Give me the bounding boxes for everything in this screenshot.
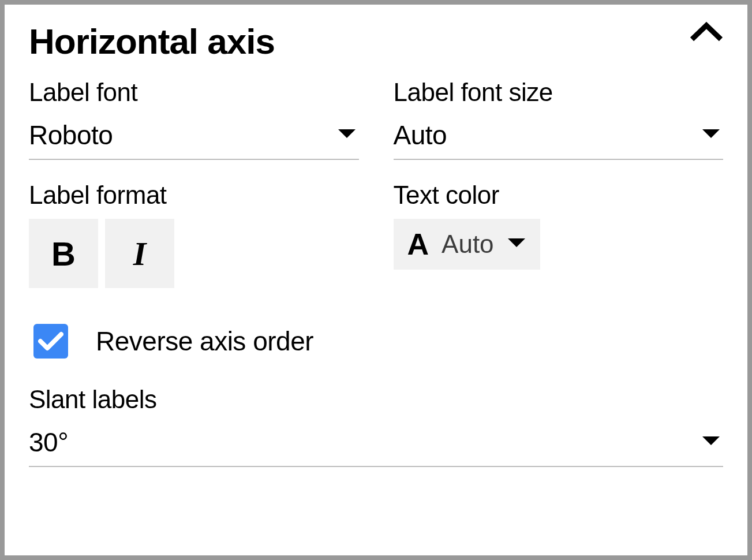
bold-icon: B — [51, 234, 76, 273]
label-format-label: Label format — [29, 181, 359, 210]
text-color-label: Text color — [394, 181, 724, 210]
section-title: Horizontal axis — [29, 21, 275, 62]
caret-down-icon — [701, 128, 721, 142]
italic-icon: I — [133, 234, 147, 273]
text-color-picker[interactable]: A Auto — [394, 219, 540, 270]
label-font-size-field: Label font size Auto — [394, 78, 724, 160]
format-buttons-group: B I — [29, 219, 359, 288]
row-format: Label format B I Text color A Auto — [29, 181, 723, 288]
slant-labels-label: Slant labels — [29, 385, 723, 414]
label-font-value: Roboto — [29, 120, 113, 151]
slant-labels-select[interactable]: 30° — [29, 422, 723, 467]
reverse-axis-label: Reverse axis order — [96, 326, 313, 357]
label-font-label: Label font — [29, 78, 359, 107]
text-color-value: Auto — [442, 230, 494, 259]
caret-down-icon — [701, 435, 721, 449]
label-font-field: Label font Roboto — [29, 78, 359, 160]
reverse-axis-checkbox[interactable] — [33, 324, 68, 359]
slant-labels-value: 30° — [29, 427, 68, 458]
section-header: Horizontal axis — [29, 21, 723, 62]
caret-down-icon — [337, 128, 357, 142]
label-font-size-label: Label font size — [394, 78, 724, 107]
label-font-size-value: Auto — [394, 120, 447, 151]
reverse-axis-row: Reverse axis order — [33, 324, 723, 359]
slant-labels-field: Slant labels 30° — [29, 385, 723, 467]
horizontal-axis-panel: Horizontal axis Label font Roboto Label … — [0, 0, 752, 560]
caret-down-icon — [507, 237, 526, 251]
text-color-field: Text color A Auto — [394, 181, 724, 288]
italic-button[interactable]: I — [105, 219, 174, 288]
label-format-field: Label format B I — [29, 181, 359, 288]
label-font-select[interactable]: Roboto — [29, 115, 359, 160]
row-font: Label font Roboto Label font size Auto — [29, 78, 723, 160]
text-color-icon: A — [407, 229, 429, 259]
label-font-size-select[interactable]: Auto — [394, 115, 724, 160]
bold-button[interactable]: B — [29, 219, 98, 288]
chevron-up-icon[interactable] — [690, 21, 723, 46]
